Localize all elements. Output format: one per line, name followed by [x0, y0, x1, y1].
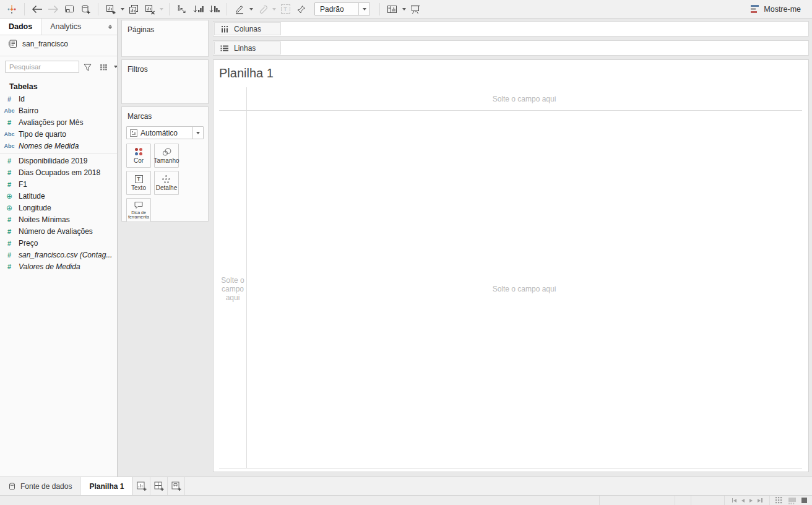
datasource-item[interactable]: san_francisco: [0, 35, 117, 52]
show-me-button[interactable]: Mostre-me: [746, 1, 808, 17]
group-members-button[interactable]: [254, 2, 270, 17]
highlight-caret[interactable]: [248, 2, 254, 17]
globe-icon: ⊕: [0, 192, 19, 201]
show-hide-cards-button[interactable]: [384, 2, 400, 17]
previous-sheet-button[interactable]: [741, 499, 745, 503]
datasource-name: san_francisco: [22, 40, 68, 48]
pages-card[interactable]: Páginas: [121, 20, 209, 57]
undo-button[interactable]: [29, 2, 45, 17]
new-story-tab-button[interactable]: [168, 477, 185, 495]
drop-zone-hint: Solte o campo aqui: [493, 95, 556, 103]
collapse-pane-icon[interactable]: [103, 19, 117, 35]
status-cell: [599, 496, 675, 505]
view-grid-icon[interactable]: [100, 63, 108, 71]
field-row[interactable]: # Número de Avaliações: [0, 225, 117, 237]
tab-analytics[interactable]: Analytics: [41, 19, 90, 35]
mark-type-dropdown[interactable]: Automático: [126, 126, 204, 139]
rows-shelf-drop-area[interactable]: [282, 41, 808, 55]
new-worksheet-tab-button[interactable]: [133, 477, 150, 495]
number-icon: #: [0, 181, 19, 188]
number-icon: #: [0, 169, 19, 176]
datasource-tab[interactable]: Fonte de dados: [0, 477, 80, 495]
group-members-caret[interactable]: [270, 2, 277, 17]
toolbar-separator: [24, 3, 25, 15]
duplicate-sheet-button[interactable]: [126, 2, 142, 17]
new-worksheet-caret[interactable]: [119, 2, 126, 17]
toolbar-separator: [227, 3, 227, 15]
field-row[interactable]: # Preço: [0, 237, 117, 249]
color-icon: [134, 148, 143, 156]
drop-zone-main[interactable]: Solte o campo aqui: [246, 110, 802, 468]
field-row[interactable]: ⊕ Longitude: [0, 202, 117, 214]
new-worksheet-button[interactable]: [103, 2, 119, 17]
tables-header: Tabelas: [0, 77, 117, 93]
active-sheet-tab-label: Planilha 1: [89, 482, 124, 491]
new-dashboard-tab-button[interactable]: [150, 477, 168, 495]
color-button[interactable]: Cor: [126, 144, 151, 168]
active-sheet-tab[interactable]: Planilha 1: [80, 477, 133, 495]
field-row[interactable]: # F1: [0, 178, 117, 190]
redo-button[interactable]: [45, 2, 61, 17]
number-icon: #: [0, 228, 19, 235]
detail-button[interactable]: Detalhe: [154, 171, 179, 195]
last-sheet-button[interactable]: [758, 498, 762, 503]
columns-shelf[interactable]: Colunas: [213, 21, 809, 37]
single-sheet-view-button[interactable]: [801, 498, 807, 503]
tableau-logo-icon[interactable]: [4, 2, 20, 17]
field-row[interactable]: # Valores de Medida: [0, 261, 117, 272]
fix-axes-button[interactable]: [293, 2, 309, 17]
clear-sheet-button[interactable]: [142, 2, 158, 17]
tooltip-button[interactable]: Dica de ferramenta: [126, 198, 151, 222]
save-button[interactable]: [61, 2, 77, 17]
drop-zone-hint: Solte o campo aqui: [219, 276, 246, 302]
chevron-down-icon: [358, 3, 369, 15]
fit-dropdown[interactable]: Padrão: [314, 2, 370, 15]
text-button[interactable]: T Texto: [126, 171, 151, 195]
rows-shelf[interactable]: Linhas: [213, 40, 809, 56]
highlight-button[interactable]: [231, 2, 248, 17]
swap-rows-columns-button[interactable]: [174, 2, 190, 17]
tooltip-icon: [134, 201, 144, 209]
field-row[interactable]: # Noites Mínimas: [0, 214, 117, 225]
sheet-sorter-view-button[interactable]: [775, 497, 783, 504]
field-row[interactable]: # Id: [0, 93, 117, 105]
new-story-icon: [171, 481, 182, 491]
field-row[interactable]: # san_francisco.csv (Contag...: [0, 249, 117, 261]
status-bar: [0, 495, 812, 505]
drop-zone-columns[interactable]: Solte o campo aqui: [246, 87, 802, 110]
field-row[interactable]: # Dias Ocupados em 2018: [0, 166, 117, 178]
database-icon: [8, 482, 16, 491]
filter-funnel-icon[interactable]: [83, 63, 92, 72]
field-label: Disponibilidade 2019: [19, 157, 87, 165]
sort-descending-button[interactable]: [206, 2, 222, 17]
next-sheet-button[interactable]: [749, 499, 753, 503]
toolbar: T Padrão Mostre-me: [0, 0, 812, 19]
show-hide-cards-caret[interactable]: [400, 2, 407, 17]
filters-card[interactable]: Filtros: [121, 59, 209, 104]
mark-type-icon: [130, 129, 137, 137]
field-row[interactable]: Abc Bairro: [0, 105, 117, 116]
field-row[interactable]: Abc Nomes de Medida: [0, 140, 117, 152]
field-label: Id: [19, 95, 25, 103]
clear-sheet-caret[interactable]: [158, 2, 165, 17]
view-options-caret[interactable]: [112, 59, 118, 74]
first-sheet-button[interactable]: [732, 498, 737, 503]
field-row[interactable]: # Avaliações por Mês: [0, 116, 117, 128]
field-row[interactable]: # Disponibilidade 2019: [0, 155, 117, 166]
field-label: Nomes de Medida: [19, 142, 79, 150]
search-input[interactable]: [5, 61, 79, 73]
drop-zone-rows[interactable]: Solte o campo aqui: [219, 110, 246, 468]
sort-ascending-button[interactable]: [190, 2, 206, 17]
field-row[interactable]: Abc Tipo de quarto: [0, 128, 117, 140]
presentation-mode-button[interactable]: [407, 2, 423, 17]
size-button[interactable]: Tamanho: [154, 144, 179, 168]
show-mark-labels-button[interactable]: T: [277, 2, 293, 17]
sheet-tab-bar: Fonte de dados Planilha 1: [0, 477, 812, 495]
columns-shelf-drop-area[interactable]: [282, 22, 808, 36]
field-row[interactable]: ⊕ Latitude: [0, 190, 117, 202]
new-datasource-button[interactable]: [77, 2, 93, 17]
filmstrip-view-button[interactable]: [788, 497, 797, 504]
number-icon: #: [0, 95, 19, 103]
abc-icon: Abc: [0, 131, 19, 137]
tab-dados[interactable]: Dados: [0, 19, 41, 35]
